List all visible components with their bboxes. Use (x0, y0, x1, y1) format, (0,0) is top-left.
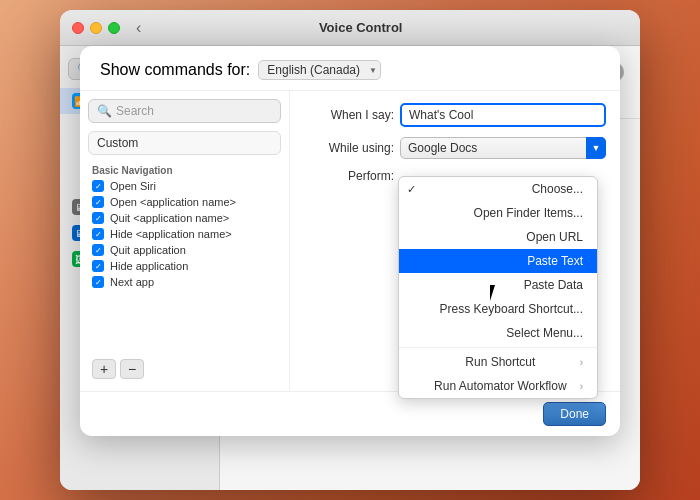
menu-item-label: Open Finder Items... (474, 206, 583, 220)
perform-dropdown-menu: ✓ Choose... Open Finder Items... Open UR… (398, 176, 598, 399)
close-button[interactable] (72, 22, 84, 34)
checkbox-hide-app-name[interactable] (92, 228, 104, 240)
menu-item-label: Run Shortcut (465, 355, 535, 369)
menu-item-run-shortcut[interactable]: Run Shortcut › (399, 350, 597, 374)
custom-section[interactable]: Custom (88, 131, 281, 155)
sheet-body: 🔍 Search Custom Basic Navigation Open Si… (80, 91, 620, 391)
when-i-say-row: When I say: (304, 103, 606, 127)
command-item-next-app[interactable]: Next app (88, 274, 281, 290)
while-using-arrow: ▼ (586, 137, 606, 159)
command-sheet: Show commands for: English (Canada) ▼ 🔍 … (80, 46, 620, 436)
menu-item-label: Select Menu... (506, 326, 583, 340)
command-item-quit-app[interactable]: Quit application (88, 242, 281, 258)
menu-item-label: Run Automator Workflow (434, 379, 567, 393)
menu-item-run-automator[interactable]: Run Automator Workflow › (399, 374, 597, 398)
command-item-open-siri[interactable]: Open Siri (88, 178, 281, 194)
done-button[interactable]: Done (543, 402, 606, 426)
command-item-open-app1[interactable]: Open <application name> (88, 194, 281, 210)
maximize-button[interactable] (108, 22, 120, 34)
perform-label: Perform: (304, 169, 394, 183)
show-commands-label: Show commands for: (100, 61, 250, 79)
remove-command-button[interactable]: − (120, 359, 144, 379)
checkbox-quit-app[interactable] (92, 244, 104, 256)
command-label: Quit <application name> (110, 212, 229, 224)
command-label: Hide application (110, 260, 188, 272)
traffic-lights (72, 22, 120, 34)
when-i-say-label: When I say: (304, 108, 394, 122)
menu-item-label: Press Keyboard Shortcut... (440, 302, 583, 316)
menu-item-choose[interactable]: ✓ Choose... (399, 177, 597, 201)
menu-item-paste-text[interactable]: Paste Text (399, 249, 597, 273)
menu-separator (399, 347, 597, 348)
command-label: Open <application name> (110, 196, 236, 208)
command-label: Quit application (110, 244, 186, 256)
language-select-display: English (Canada) (258, 60, 381, 80)
editor-panel: When I say: While using: Google Docs ▼ P… (290, 91, 620, 391)
menu-item-open-finder[interactable]: Open Finder Items... (399, 201, 597, 225)
while-using-select-box[interactable]: Google Docs ▼ (400, 137, 606, 159)
command-item-hide-app-name[interactable]: Hide <application name> (88, 226, 281, 242)
panel-footer: + − (88, 355, 281, 383)
search-placeholder: Search (116, 104, 154, 118)
checkbox-hide-app[interactable] (92, 260, 104, 272)
while-using-value: Google Docs (400, 137, 606, 159)
command-label: Open Siri (110, 180, 156, 192)
menu-item-label: Choose... (532, 182, 583, 196)
search-icon: 🔍 (97, 104, 112, 118)
command-item-hide-app[interactable]: Hide application (88, 258, 281, 274)
command-label: Next app (110, 276, 154, 288)
sheet-header: Show commands for: English (Canada) ▼ (80, 46, 620, 91)
checkbox-open-app1[interactable] (92, 196, 104, 208)
while-using-label: While using: (304, 141, 394, 155)
add-command-button[interactable]: + (92, 359, 116, 379)
commands-search[interactable]: 🔍 Search (88, 99, 281, 123)
check-icon: ✓ (407, 183, 421, 196)
window-title: Voice Control (153, 20, 568, 35)
minimize-button[interactable] (90, 22, 102, 34)
language-select-wrapper[interactable]: English (Canada) ▼ (258, 60, 381, 80)
command-item-quit-app-name[interactable]: Quit <application name> (88, 210, 281, 226)
command-label: Hide <application name> (110, 228, 232, 240)
menu-item-select-menu[interactable]: Select Menu... (399, 321, 597, 345)
checkbox-quit-app-name[interactable] (92, 212, 104, 224)
menu-item-label: Paste Data (524, 278, 583, 292)
menu-item-open-url[interactable]: Open URL (399, 225, 597, 249)
menu-item-label: Open URL (526, 230, 583, 244)
menu-item-paste-data[interactable]: Paste Data (399, 273, 597, 297)
checkbox-open-siri[interactable] (92, 180, 104, 192)
sheet-overlay: Show commands for: English (Canada) ▼ 🔍 … (60, 36, 640, 500)
menu-item-label: Paste Text (527, 254, 583, 268)
commands-panel: 🔍 Search Custom Basic Navigation Open Si… (80, 91, 290, 391)
while-using-row: While using: Google Docs ▼ (304, 137, 606, 159)
menu-item-press-keyboard[interactable]: Press Keyboard Shortcut... (399, 297, 597, 321)
when-i-say-input[interactable] (400, 103, 606, 127)
checkbox-next-app[interactable] (92, 276, 104, 288)
submenu-arrow-icon: › (580, 357, 583, 368)
custom-label: Custom (97, 136, 138, 150)
basic-nav-label: Basic Navigation (92, 165, 281, 176)
submenu-arrow-icon: › (580, 381, 583, 392)
